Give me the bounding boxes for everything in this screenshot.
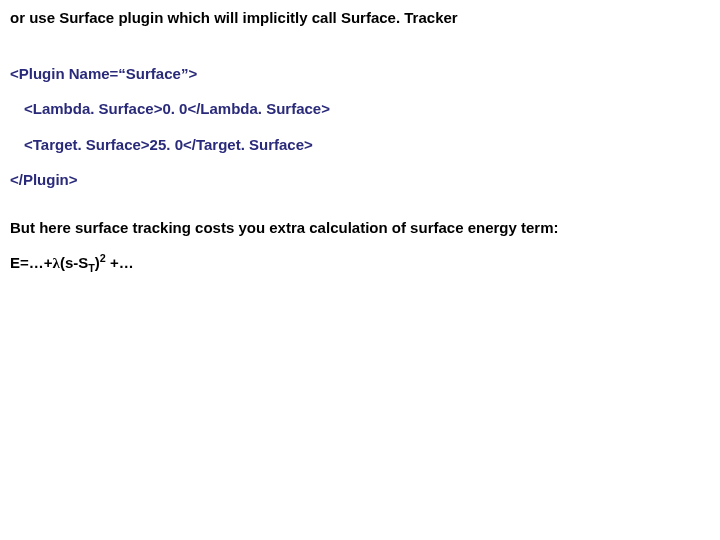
formula-mid1: (s-S <box>60 254 88 271</box>
title-line: or use Surface plugin which will implici… <box>10 8 710 28</box>
formula-line: E=…+λ(s-ST)2 +… <box>10 251 710 275</box>
xml-target-surface: <Target. Surface>25. 0</Target. Surface> <box>10 135 710 155</box>
lambda-symbol: λ <box>53 255 60 271</box>
xml-plugin-open: <Plugin Name=“Surface”> <box>10 64 710 84</box>
xml-lambda-surface: <Lambda. Surface>0. 0</Lambda. Surface> <box>10 99 710 119</box>
xml-plugin-close: </Plugin> <box>10 170 710 190</box>
note-line: But here surface tracking costs you extr… <box>10 218 710 238</box>
formula-suffix: +… <box>106 254 134 271</box>
formula-prefix: E=…+ <box>10 254 53 271</box>
formula-subscript: T <box>88 262 95 274</box>
